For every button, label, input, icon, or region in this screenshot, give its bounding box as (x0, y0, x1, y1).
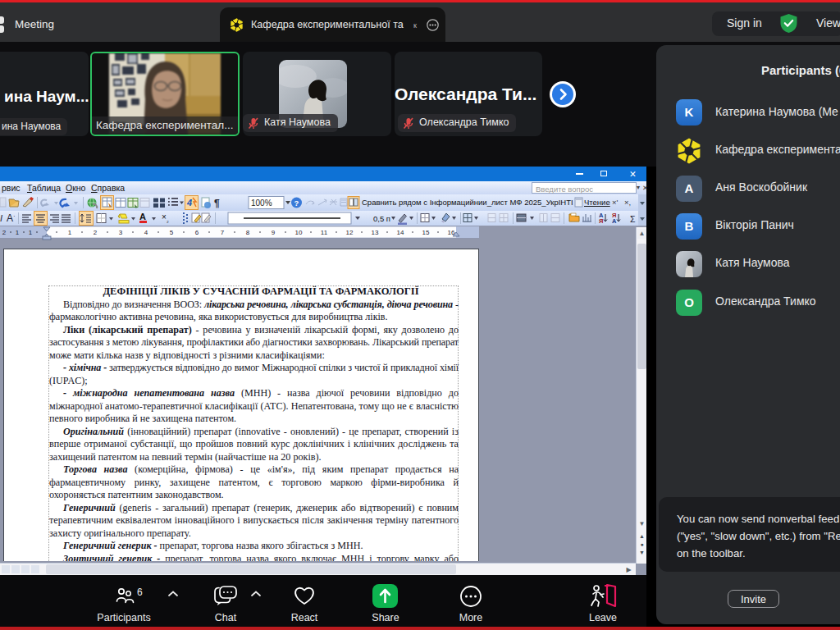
svg-text:4: 4 (144, 229, 148, 236)
svg-text:8: 8 (246, 229, 250, 236)
svg-text:1: 1 (29, 229, 33, 236)
svg-text:14: 14 (397, 229, 404, 236)
svg-text:100%: 100% (251, 199, 272, 208)
svg-text:5: 5 (170, 229, 174, 236)
svg-text:Я: Я (599, 217, 603, 225)
svg-text:9: 9 (272, 229, 276, 236)
svg-text:·: · (13, 212, 16, 220)
svg-text:?: ? (294, 199, 299, 208)
svg-text:×,: ×, (624, 198, 631, 207)
svg-text:A: A (139, 212, 146, 221)
svg-text:6: 6 (195, 229, 199, 236)
svg-text:12: 12 (346, 229, 354, 236)
svg-text:×': ×' (612, 198, 619, 207)
svg-text:А: А (612, 217, 617, 225)
svg-text:11: 11 (321, 229, 328, 236)
svg-text:13: 13 (372, 229, 379, 236)
svg-text:15: 15 (422, 229, 430, 236)
svg-text:0,5 п: 0,5 п (373, 214, 390, 223)
svg-text:1: 1 (16, 229, 20, 236)
svg-text:4: 4 (186, 198, 192, 208)
svg-text:¶: ¶ (214, 198, 220, 209)
svg-text:A: A (7, 212, 13, 224)
svg-text:2: 2 (2, 229, 7, 236)
svg-text:Σ: Σ (630, 214, 636, 224)
svg-text:Чтение: Чтение (584, 198, 610, 207)
svg-text:2: 2 (94, 229, 98, 236)
svg-text:I: I (0, 213, 2, 223)
svg-text:Сравнить рядом с Інформацийнии: Сравнить рядом с Інформацийнии_лист МФ 2… (362, 198, 573, 207)
svg-text:₂: ₂ (167, 217, 169, 223)
svg-text:7: 7 (221, 229, 225, 236)
svg-text:1: 1 (68, 229, 72, 236)
svg-text:3: 3 (119, 229, 123, 236)
svg-text:10: 10 (295, 229, 303, 236)
